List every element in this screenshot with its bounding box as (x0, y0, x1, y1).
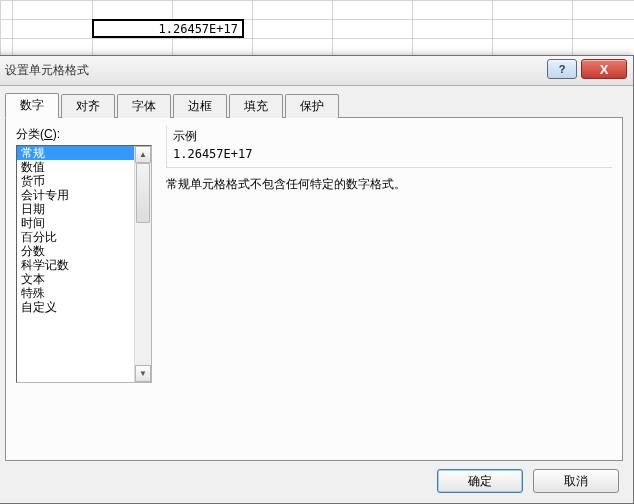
selected-cell[interactable]: 1.26457E+17 (92, 19, 244, 38)
tab-fill[interactable]: 填充 (229, 94, 283, 118)
dialog-body: 数字 对齐 字体 边框 填充 保护 分类(C): 常规 数值 货币 (0, 86, 633, 503)
list-item[interactable]: 常规 (17, 146, 134, 160)
tab-border[interactable]: 边框 (173, 94, 227, 118)
example-group: 示例 1.26457E+17 (166, 126, 612, 168)
scroll-down-icon[interactable]: ▼ (135, 365, 151, 382)
help-button[interactable]: ? (547, 59, 577, 79)
category-listbox[interactable]: 常规 数值 货币 会计专用 日期 时间 百分比 分数 科学记数 文本 特殊 自定… (16, 145, 152, 383)
list-item[interactable]: 文本 (17, 272, 134, 286)
list-item[interactable]: 时间 (17, 216, 134, 230)
category-description: 常规单元格格式不包含任何特定的数字格式。 (166, 176, 612, 193)
dialog-titlebar[interactable]: 设置单元格格式 ? X (0, 56, 633, 86)
scroll-up-icon[interactable]: ▲ (135, 146, 151, 163)
list-item[interactable]: 科学记数 (17, 258, 134, 272)
tabstrip: 数字 对齐 字体 边框 填充 保护 (5, 94, 623, 118)
dialog-title: 设置单元格格式 (5, 62, 89, 79)
example-value: 1.26457E+17 (173, 147, 606, 161)
cancel-button[interactable]: 取消 (533, 469, 619, 493)
list-item[interactable]: 会计专用 (17, 188, 134, 202)
list-item[interactable]: 数值 (17, 160, 134, 174)
list-item[interactable]: 特殊 (17, 286, 134, 300)
tab-font[interactable]: 字体 (117, 94, 171, 118)
list-item[interactable]: 日期 (17, 202, 134, 216)
example-title: 示例 (173, 128, 606, 145)
list-item[interactable]: 自定义 (17, 300, 134, 314)
list-item[interactable]: 货币 (17, 174, 134, 188)
list-item[interactable]: 百分比 (17, 230, 134, 244)
close-button[interactable]: X (581, 59, 627, 79)
tab-protection[interactable]: 保护 (285, 94, 339, 118)
ok-button[interactable]: 确定 (437, 469, 523, 493)
list-item[interactable]: 分数 (17, 244, 134, 258)
category-label: 分类(C): (16, 126, 152, 143)
tab-panel-number: 分类(C): 常规 数值 货币 会计专用 日期 时间 百分比 分数 科学记数 (5, 117, 623, 461)
format-cells-dialog: 设置单元格格式 ? X 数字 对齐 字体 边框 填充 保护 分类(C): (0, 55, 634, 504)
scroll-track[interactable] (135, 163, 151, 365)
listbox-scrollbar[interactable]: ▲ ▼ (134, 146, 151, 382)
tab-alignment[interactable]: 对齐 (61, 94, 115, 118)
spreadsheet-background: 1.26457E+17 (0, 0, 634, 60)
tab-number[interactable]: 数字 (5, 93, 59, 118)
scroll-thumb[interactable] (136, 163, 150, 223)
dialog-button-row: 确定 取消 (5, 461, 623, 497)
